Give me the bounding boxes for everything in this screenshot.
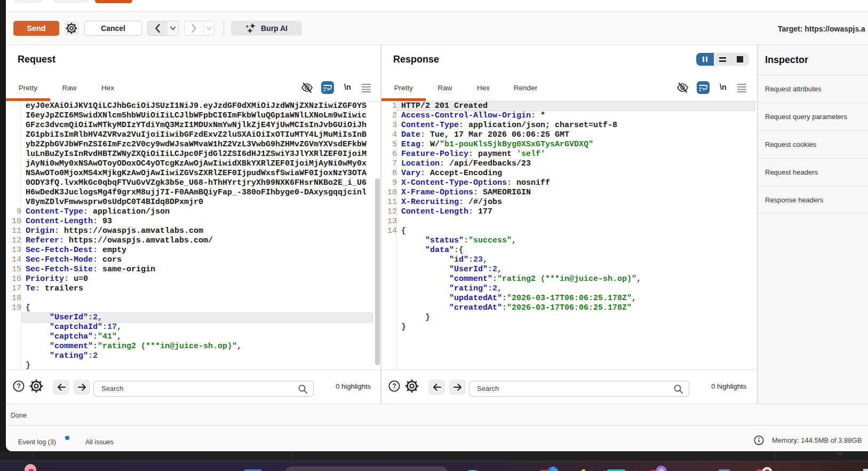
svg-text:?: ? [392,382,396,390]
svg-text:?: ? [17,382,21,390]
